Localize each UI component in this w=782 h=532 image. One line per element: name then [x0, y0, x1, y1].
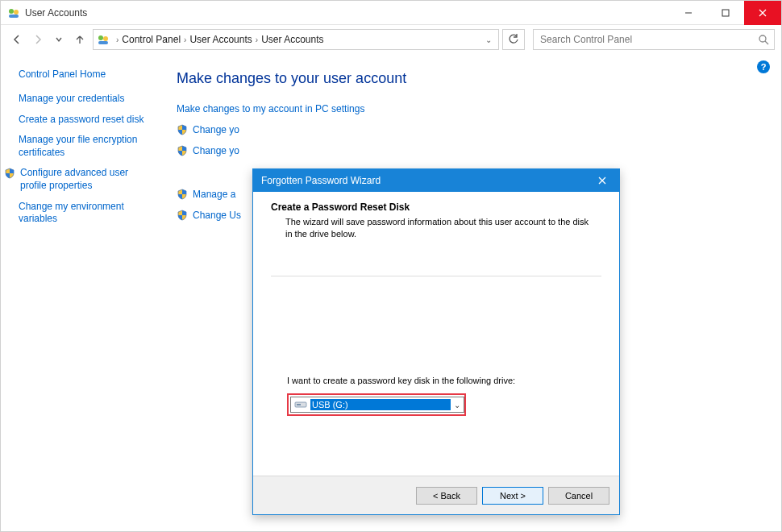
chevron-right-icon[interactable]: › [184, 35, 186, 44]
refresh-button[interactable] [502, 29, 525, 50]
address-bar[interactable]: › Control Panel › User Accounts › User A… [93, 29, 499, 50]
task-link-label: Change yo [193, 124, 239, 135]
svg-point-1 [14, 10, 19, 15]
maximize-button[interactable] [707, 1, 744, 25]
chevron-right-icon[interactable]: › [256, 35, 258, 44]
task-link-label: Change Us [193, 210, 241, 221]
shield-icon [177, 145, 188, 156]
svg-rect-9 [98, 41, 108, 44]
wizard-titlebar[interactable]: Forgotten Password Wizard [253, 169, 619, 192]
help-icon[interactable]: ? [757, 60, 770, 73]
sidebar-link-file-encryption[interactable]: Manage your file encryption certificates [19, 134, 156, 159]
wizard-body: Create a Password Reset Disk The wizard … [253, 192, 619, 476]
minimize-button[interactable] [670, 1, 707, 25]
back-button[interactable]: < Back [416, 487, 477, 505]
drive-icon [294, 400, 307, 409]
window-title: User Accounts [25, 7, 87, 19]
task-link-label: Manage a [193, 189, 235, 200]
divider [271, 276, 601, 276]
drive-select[interactable]: USB (G:) ⌄ [290, 397, 464, 413]
password-wizard-dialog: Forgotten Password Wizard Create a Passw… [252, 168, 620, 515]
svg-rect-15 [297, 404, 301, 405]
wizard-subtext: The wizard will save password informatio… [285, 216, 592, 240]
task-link-label: Change yo [193, 145, 239, 156]
svg-point-8 [103, 36, 108, 41]
wizard-heading: Create a Password Reset Disk [271, 202, 601, 213]
chevron-down-icon[interactable]: ⌄ [451, 401, 464, 409]
search-input[interactable] [539, 33, 755, 46]
user-accounts-icon [7, 6, 20, 19]
chevron-right-icon[interactable]: › [116, 35, 119, 44]
svg-point-7 [98, 35, 103, 40]
drive-prompt-label: I want to create a password key disk in … [287, 376, 515, 385]
task-link-pc-settings[interactable]: Make changes to my account in PC setting… [177, 103, 767, 114]
wizard-title: Forgotten Password Wizard [261, 175, 585, 186]
nav-row: › Control Panel › User Accounts › User A… [1, 25, 781, 54]
page-title: Make changes to your user account [177, 70, 767, 87]
content-area: ? Control Panel Home Manage your credent… [1, 54, 781, 531]
svg-point-0 [9, 9, 14, 14]
sidebar-link-advanced-profile[interactable]: Configure advanced user profile properti… [20, 167, 156, 192]
user-accounts-icon [97, 33, 110, 46]
sidebar-link-password-reset-disk[interactable]: Create a password reset disk [19, 114, 156, 127]
breadcrumb-segment[interactable]: User Accounts [189, 34, 252, 45]
svg-rect-2 [9, 15, 19, 18]
sidebar-link-manage-credentials[interactable]: Manage your credentials [19, 93, 156, 106]
drive-highlight-box: USB (G:) ⌄ [287, 393, 466, 416]
search-box[interactable] [533, 29, 775, 50]
svg-rect-4 [722, 10, 729, 16]
svg-point-10 [759, 35, 766, 42]
recent-locations-button[interactable] [49, 30, 69, 49]
shield-icon [177, 189, 188, 200]
titlebar: User Accounts [1, 1, 781, 25]
breadcrumb-segment[interactable]: User Accounts [261, 34, 323, 45]
close-button[interactable] [744, 1, 781, 25]
control-panel-window: User Accounts [0, 0, 782, 532]
next-button[interactable]: Next > [482, 487, 543, 505]
chevron-down-icon[interactable]: ⌄ [482, 35, 495, 44]
shield-icon [4, 168, 15, 179]
control-panel-home-link[interactable]: Control Panel Home [19, 69, 156, 80]
task-link-change-1[interactable]: Change yo [177, 124, 767, 135]
svg-line-11 [765, 41, 768, 44]
back-button[interactable] [7, 30, 27, 49]
search-icon[interactable] [755, 34, 769, 45]
nav-buttons [7, 30, 89, 49]
wizard-close-button[interactable] [585, 169, 619, 192]
forward-button[interactable] [28, 30, 48, 49]
wizard-footer: < Back Next > Cancel [253, 476, 619, 514]
task-link-change-2[interactable]: Change yo [177, 145, 767, 156]
up-button[interactable] [70, 30, 89, 49]
shield-icon [177, 124, 188, 135]
sidebar: Control Panel Home Manage your credentia… [1, 54, 162, 531]
sidebar-link-env-variables[interactable]: Change my environment variables [19, 201, 156, 226]
cancel-button[interactable]: Cancel [548, 487, 609, 505]
shield-icon [177, 210, 188, 221]
breadcrumb-segment[interactable]: Control Panel [122, 34, 181, 45]
drive-selected-value: USB (G:) [310, 399, 451, 410]
